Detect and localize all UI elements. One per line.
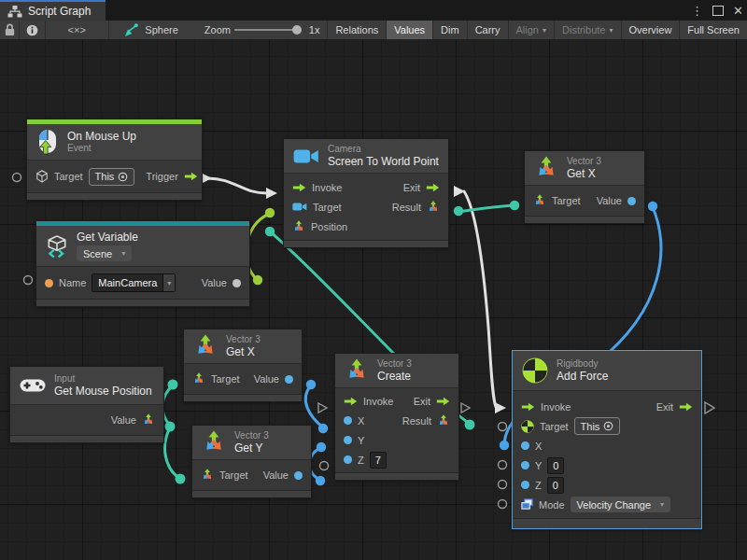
window-menu-icon[interactable]: ⋮ — [691, 4, 703, 18]
scope-dropdown[interactable]: Scene ▾ — [77, 245, 132, 261]
carry-button[interactable]: Carry — [468, 21, 509, 39]
node-category: Camera — [328, 144, 439, 155]
z-value-field[interactable]: 7 — [370, 452, 387, 469]
this-target-icon — [118, 172, 128, 182]
invoke-port-icon[interactable] — [292, 183, 306, 192]
zoom-slider-handle[interactable] — [292, 25, 302, 35]
vector3-icon — [345, 358, 369, 383]
edit-code-button[interactable]: <×> — [46, 21, 109, 39]
value-port[interactable] — [233, 279, 241, 287]
value-label: Value — [202, 277, 227, 288]
node-add-force[interactable]: Rigidbody Add Force Invoke Exit Target T… — [512, 350, 702, 529]
y-label: Y — [358, 435, 364, 446]
value-port[interactable] — [285, 375, 293, 384]
port-camera-target-in[interactable] — [265, 208, 275, 217]
overview-button[interactable]: Overview — [622, 21, 681, 39]
zoom-slider[interactable] — [234, 29, 302, 31]
dim-button[interactable]: Dim — [433, 21, 468, 39]
invoke-label: Invoke — [541, 401, 571, 413]
node-get-x-top[interactable]: Vector 3 Get X Target Value — [524, 150, 645, 224]
vector3-port-icon[interactable] — [201, 469, 214, 482]
enum-port-icon[interactable] — [521, 498, 533, 511]
rigidbody-port-icon[interactable] — [521, 420, 534, 433]
align-dropdown[interactable]: Align▾ — [509, 21, 555, 39]
vector3-port-icon[interactable] — [437, 414, 450, 427]
camera-port-icon[interactable] — [292, 202, 307, 212]
node-get-x-mid[interactable]: Vector 3 Get X Target Value — [183, 329, 303, 402]
exit-port-icon[interactable] — [436, 397, 450, 406]
node-screen-to-world-point[interactable]: Camera Screen To World Point Invoke Exit… — [283, 138, 449, 248]
z-port[interactable] — [521, 481, 529, 489]
x-port[interactable] — [521, 441, 529, 450]
node-title: Add Force — [557, 370, 608, 383]
invoke-port-icon[interactable] — [344, 397, 358, 406]
port-getxtop-target-in[interactable] — [510, 201, 519, 210]
port-mouse-value-out[interactable] — [165, 422, 176, 432]
node-title: Get Variable — [77, 231, 138, 244]
y-port[interactable] — [521, 461, 529, 469]
gamepad-icon — [20, 377, 46, 394]
full-screen-button[interactable]: Full Screen — [680, 21, 747, 39]
port-variable-value-out[interactable] — [253, 275, 262, 285]
lock-button[interactable] — [0, 21, 20, 39]
trigger-label: Trigger — [146, 171, 177, 182]
target-label: Target — [552, 195, 581, 206]
distribute-dropdown[interactable]: Distribute▾ — [555, 21, 621, 39]
node-title: Screen To World Point — [328, 155, 439, 168]
node-on-mouse-up[interactable]: On Mouse Up Event Target This Trigger — [26, 119, 203, 201]
port-create-x-in[interactable] — [318, 424, 328, 433]
value-port[interactable] — [627, 197, 636, 205]
tab-bar: Script Graph ⋮ ✕ — [0, 0, 747, 21]
value-port[interactable] — [294, 471, 303, 480]
node-vector3-create[interactable]: Vector 3 Create Invoke Exit X Result — [334, 353, 459, 481]
target-label: Target — [219, 469, 248, 481]
port-gety-target-in[interactable] — [176, 474, 186, 484]
vector3-port-icon[interactable] — [533, 194, 546, 207]
this-chip[interactable]: This — [574, 417, 621, 435]
inspect-button[interactable] — [20, 21, 46, 39]
relations-button[interactable]: Relations — [327, 21, 387, 39]
port-create-result-out[interactable] — [465, 420, 475, 430]
port-addforce-x-in[interactable] — [500, 441, 509, 450]
node-category: Vector 3 — [377, 358, 412, 370]
vector3-port-icon[interactable] — [142, 413, 155, 427]
values-button[interactable]: Values — [387, 21, 433, 39]
vector3-port-icon[interactable] — [292, 220, 305, 233]
exit-port-icon[interactable] — [426, 183, 440, 192]
node-get-y[interactable]: Vector 3 Get Y Target Value — [191, 425, 312, 498]
z-port[interactable] — [344, 455, 352, 464]
invoke-port-icon[interactable] — [521, 402, 535, 412]
maximize-icon[interactable] — [712, 6, 724, 16]
close-icon[interactable]: ✕ — [733, 4, 743, 18]
x-port[interactable] — [344, 416, 352, 425]
port-getx-value-out[interactable] — [306, 380, 316, 389]
port-getxtop-value-out[interactable] — [648, 202, 657, 211]
y-value-field[interactable]: 0 — [547, 457, 564, 474]
port-getx-target-in[interactable] — [168, 380, 178, 390]
vector3-port-icon[interactable] — [192, 372, 205, 385]
chevron-down-icon: ▾ — [609, 26, 613, 35]
tab-script-graph[interactable]: Script Graph — [0, 0, 106, 21]
port-camera-result-out[interactable] — [454, 206, 463, 216]
name-port[interactable] — [45, 279, 53, 287]
node-title: Get X — [226, 345, 261, 358]
exit-label: Exit — [414, 396, 430, 407]
node-get-mouse-position[interactable]: Input Get Mouse Position Value — [9, 366, 164, 443]
mode-dropdown[interactable]: Velocity Change ▾ — [571, 497, 671, 512]
port-camera-position-in[interactable] — [265, 227, 275, 236]
unity-script-graph-window: Script Graph ⋮ ✕ <×> Sphere Zoom 1x Rela… — [0, 0, 747, 560]
target-label: Target — [540, 421, 569, 432]
exit-port-icon[interactable] — [679, 402, 693, 412]
node-title: Get Y — [234, 441, 269, 455]
y-port[interactable] — [344, 436, 352, 444]
trigger-port-icon[interactable] — [184, 172, 198, 181]
y-label: Y — [535, 460, 542, 471]
vector3-port-icon[interactable] — [427, 201, 440, 214]
result-label: Result — [392, 202, 421, 213]
this-chip[interactable]: This — [89, 168, 135, 186]
z-value-field[interactable]: 0 — [547, 477, 564, 494]
variable-name-dropdown[interactable]: MainCamera ▾ — [92, 273, 176, 292]
port-create-y-in[interactable] — [317, 442, 326, 452]
node-get-variable[interactable]: Get Variable Scene ▾ Name MainCamera ▾ V… — [35, 220, 250, 307]
port-gety-value-out[interactable] — [316, 476, 325, 485]
